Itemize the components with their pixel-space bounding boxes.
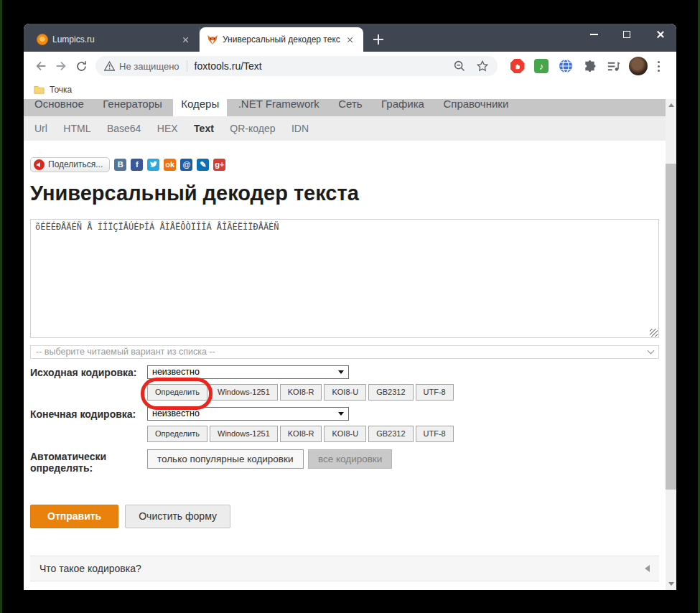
globe-icon[interactable] bbox=[557, 57, 574, 75]
source-encoding-value: неизвестно bbox=[152, 367, 200, 377]
popular-encodings-toggle[interactable]: только популярные кодировки bbox=[147, 449, 304, 469]
faq-encoding-table[interactable]: Таблица соответствия кодировок? bbox=[30, 581, 659, 590]
extension-icons-group: ♪ bbox=[498, 57, 669, 75]
subnav-hex[interactable]: HEX bbox=[151, 116, 185, 141]
koi8-r-button[interactable]: KOI8-R bbox=[280, 426, 322, 442]
share-button-label: Поделиться... bbox=[48, 159, 103, 169]
maximize-button[interactable] bbox=[610, 24, 643, 45]
scrollbar-thumb[interactable] bbox=[666, 164, 676, 490]
web-page: Основное Генераторы Кодеры .NET Framewor… bbox=[24, 99, 666, 590]
target-encoding-label: Конечная кодировка: bbox=[30, 407, 147, 421]
tab-close-icon[interactable] bbox=[180, 34, 192, 45]
new-tab-button[interactable] bbox=[369, 30, 388, 49]
detect-button[interactable]: Определить bbox=[147, 426, 207, 442]
site-sub-nav: Url HTML Base64 HEX Text QR-кодер IDN bbox=[24, 116, 666, 141]
puzzle-extensions-icon[interactable] bbox=[581, 57, 598, 75]
select-caret-icon bbox=[338, 370, 344, 374]
faq-section: Что такое кодировка? Таблица соответстви… bbox=[30, 556, 659, 590]
security-label[interactable]: Не защищено bbox=[119, 61, 179, 72]
koi8-u-button[interactable]: KOI8-U bbox=[324, 384, 366, 401]
playlist-icon[interactable] bbox=[605, 57, 622, 75]
tab-close-icon[interactable] bbox=[345, 34, 356, 45]
share-speaker-icon bbox=[34, 159, 45, 170]
reload-icon bbox=[75, 60, 88, 72]
close-button[interactable] bbox=[643, 24, 676, 45]
utf-8-button[interactable]: UTF-8 bbox=[416, 384, 454, 401]
tab-decoder[interactable]: Универсальный декодер текста bbox=[200, 27, 363, 52]
page-scrollbar[interactable] bbox=[666, 99, 676, 590]
scroll-up-arrow-icon[interactable] bbox=[668, 103, 674, 107]
nav-kodery-active[interactable]: Кодеры bbox=[173, 99, 227, 116]
vk-icon[interactable]: В bbox=[114, 159, 126, 171]
twitter-icon[interactable] bbox=[147, 159, 159, 171]
back-button[interactable] bbox=[31, 56, 51, 76]
address-bar[interactable]: Не защищено foxtools.ru/Text bbox=[95, 56, 498, 76]
site-main-nav: Основное Генераторы Кодеры .NET Framewor… bbox=[24, 99, 666, 116]
windows-1251-button[interactable]: Windows-1251 bbox=[210, 426, 278, 442]
source-encoding-label: Исходная кодировка: bbox=[30, 365, 147, 379]
subnav-qr[interactable]: QR-кодер bbox=[223, 116, 281, 141]
auto-detect-label: Автоматически определять: bbox=[30, 449, 147, 474]
tab-strip: Lumpics.ru Универсальный декодер текста bbox=[24, 24, 676, 52]
windows-1251-button[interactable]: Windows-1251 bbox=[210, 384, 278, 401]
tab-title: Lumpics.ru bbox=[52, 34, 176, 45]
browser-toolbar: Не защищено foxtools.ru/Text ♪ bbox=[24, 52, 676, 80]
koi8-r-button[interactable]: KOI8-R bbox=[280, 384, 322, 401]
form-actions: Отправить Очистить форму bbox=[30, 505, 659, 528]
detect-button[interactable]: Определить bbox=[147, 384, 207, 401]
subnav-base64[interactable]: Base64 bbox=[101, 116, 147, 141]
clear-form-button[interactable]: Очистить форму bbox=[125, 505, 230, 528]
utf-8-button[interactable]: UTF-8 bbox=[416, 426, 454, 442]
collapsed-arrow-icon bbox=[645, 565, 650, 572]
nav-generatory[interactable]: Генераторы bbox=[95, 99, 170, 116]
music-icon[interactable]: ♪ bbox=[533, 57, 550, 75]
all-encodings-toggle[interactable]: все кодировки bbox=[308, 449, 392, 469]
profile-avatar[interactable] bbox=[629, 57, 648, 75]
nav-set[interactable]: Сеть bbox=[330, 99, 370, 116]
faq-what-is-encoding[interactable]: Что такое кодировка? bbox=[30, 556, 659, 581]
bookmark-star-icon[interactable] bbox=[476, 60, 489, 72]
bookmark-tochka[interactable]: Точка bbox=[34, 85, 72, 95]
livejournal-icon[interactable]: ✎ bbox=[197, 159, 209, 171]
nav-net-framework[interactable]: .NET Framework bbox=[230, 99, 327, 116]
subnav-idn[interactable]: IDN bbox=[285, 116, 315, 141]
googleplus-icon[interactable]: g+ bbox=[213, 159, 225, 171]
source-encoding-select[interactable]: неизвестно bbox=[147, 365, 349, 379]
gb2312-button[interactable]: GB2312 bbox=[368, 426, 413, 442]
nav-osnovnoe[interactable]: Основное bbox=[27, 99, 92, 116]
adblock-icon[interactable] bbox=[509, 57, 526, 75]
zoom-out-icon[interactable] bbox=[453, 60, 466, 72]
scroll-down-arrow-icon[interactable] bbox=[668, 582, 674, 586]
window-controls bbox=[577, 24, 676, 45]
select-caret-icon bbox=[338, 412, 344, 416]
submit-button[interactable]: Отправить bbox=[30, 505, 118, 528]
share-button[interactable]: Поделиться... bbox=[30, 157, 110, 172]
odnoklassniki-icon[interactable]: ok bbox=[164, 159, 176, 171]
mailru-icon[interactable]: @ bbox=[180, 159, 192, 171]
readable-variant-select[interactable]: -- выберите читаемый вариант из списка -… bbox=[30, 345, 659, 359]
omnibox-divider bbox=[187, 60, 187, 72]
forward-button[interactable] bbox=[51, 56, 71, 76]
koi8-u-button[interactable]: KOI8-U bbox=[324, 426, 366, 442]
arrow-right-icon bbox=[55, 60, 67, 72]
minimize-button[interactable] bbox=[577, 24, 610, 45]
gb2312-button[interactable]: GB2312 bbox=[368, 384, 413, 401]
subnav-url[interactable]: Url bbox=[28, 116, 54, 141]
nav-spravochniki[interactable]: Справочники bbox=[435, 99, 516, 116]
subnav-text-active[interactable]: Text bbox=[187, 116, 220, 141]
decoder-textarea[interactable]: õÉËÉÐÅÄÉÑ Å ÍÎÏÇÏÅÚÉÞÎÁ ÅÌÅËÔÒÏÎÎÁ ÅÎÃÉË… bbox=[30, 219, 659, 338]
reload-button[interactable] bbox=[71, 56, 91, 76]
textarea-resize-grip[interactable] bbox=[650, 329, 658, 337]
nav-grafika[interactable]: Графика bbox=[373, 99, 432, 116]
kebab-menu-icon[interactable] bbox=[655, 58, 663, 75]
subnav-html[interactable]: HTML bbox=[57, 116, 97, 141]
url-text[interactable]: foxtools.ru/Text bbox=[195, 60, 262, 72]
facebook-icon[interactable]: f bbox=[131, 159, 143, 171]
tab-lumpics[interactable]: Lumpics.ru bbox=[29, 27, 200, 52]
page-content: Поделиться... В f ok @ ✎ g+ Универсальны… bbox=[24, 141, 666, 590]
maximize-icon bbox=[623, 31, 630, 38]
browser-viewport: Основное Генераторы Кодеры .NET Framewor… bbox=[24, 99, 676, 590]
chevron-down-icon bbox=[648, 347, 655, 354]
source-encoding-buttons: Определить Windows-1251 KOI8-R KOI8-U GB… bbox=[147, 384, 659, 401]
target-encoding-select[interactable]: неизвестно bbox=[147, 407, 349, 421]
